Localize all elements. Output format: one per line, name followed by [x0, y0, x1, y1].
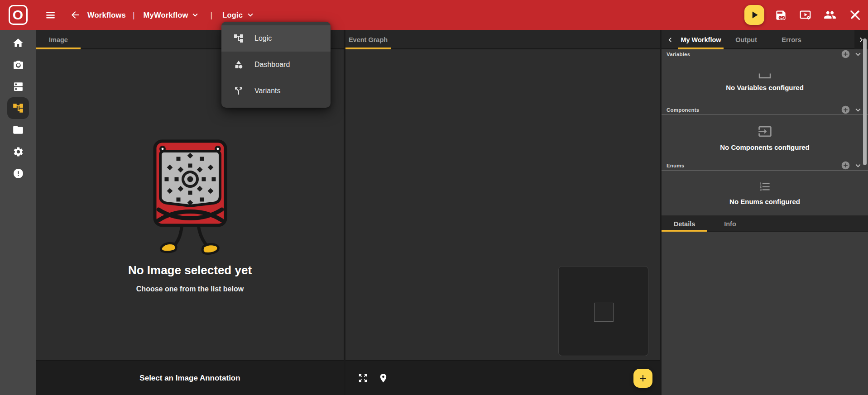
dataset-list-icon	[13, 81, 24, 92]
back-button[interactable]	[68, 8, 82, 22]
close-editor-button[interactable]	[847, 7, 863, 23]
view-switcher-dropdown[interactable]: Logic	[221, 8, 257, 22]
workflow-tree-icon	[233, 33, 244, 44]
right-panel: My Workflow Output Errors Variables No V…	[662, 30, 868, 395]
locate-node-button[interactable]	[377, 372, 389, 384]
right-panel-tabbar: My Workflow Output Errors	[662, 30, 868, 49]
add-variable-button[interactable]	[839, 49, 852, 59]
enums-section-title: Enums	[667, 163, 839, 168]
people-icon	[824, 9, 836, 21]
sidebar-item-settings[interactable]	[7, 141, 29, 162]
annotation-prompt-label: Select an Image Annotation	[36, 374, 344, 383]
nav-separator: |	[133, 10, 135, 20]
add-component-button[interactable]	[839, 105, 852, 114]
tab-my-workflow[interactable]: My Workflow	[678, 30, 724, 49]
variables-empty-state: No Variables configured	[662, 59, 868, 105]
image-empty-subtitle: Choose one from the list below	[36, 285, 344, 293]
hamburger-menu-button[interactable]	[43, 8, 58, 23]
sidebar-item-workflows[interactable]	[7, 97, 29, 119]
sidebar-item-files[interactable]	[7, 119, 29, 141]
add-node-fab[interactable]	[633, 369, 652, 388]
enums-section-header: Enums	[662, 161, 868, 171]
camera-icon	[13, 59, 24, 71]
sidebar-item-alerts[interactable]	[7, 162, 29, 184]
screen-play-gear-icon	[799, 9, 811, 21]
collaborators-button[interactable]	[822, 7, 838, 23]
components-collapse-button[interactable]	[852, 105, 864, 115]
chevron-down-icon	[853, 105, 863, 115]
menu-item-logic[interactable]: Logic	[221, 25, 331, 52]
variables-collapse-button[interactable]	[852, 49, 864, 59]
sidebar-item-camera[interactable]	[7, 54, 29, 76]
workflow-tree-icon	[12, 102, 24, 114]
input-icon	[758, 124, 772, 138]
add-circle-icon	[841, 49, 850, 59]
fit-view-icon	[358, 373, 368, 383]
nav-separator: |	[210, 10, 212, 20]
playback-settings-button[interactable]	[797, 7, 813, 23]
app-logo[interactable]: O	[0, 0, 36, 30]
app-window: O Workflows | MyWorkflow | Logic	[0, 0, 868, 395]
header-actions	[744, 5, 863, 25]
top-bar: O Workflows | MyWorkflow | Logic	[0, 0, 868, 30]
event-graph-minimap[interactable]	[558, 266, 648, 356]
panel-collapse-left-button[interactable]	[662, 30, 678, 49]
right-panel-scrollbar-thumb[interactable]	[863, 38, 867, 165]
run-workflow-button[interactable]	[744, 5, 764, 25]
save-link-icon	[775, 9, 787, 21]
details-content	[662, 232, 868, 395]
left-sidebar	[0, 30, 36, 395]
logo-icon: O	[9, 5, 28, 25]
workflow-name-dropdown[interactable]: MyWorkflow	[142, 8, 202, 22]
gear-icon	[13, 146, 24, 157]
variables-empty-text: No Variables configured	[726, 84, 804, 91]
sidebar-item-home[interactable]	[7, 32, 29, 54]
tab-output[interactable]: Output	[724, 30, 769, 49]
view-switcher-menu: Logic Dashboard Variants	[221, 22, 331, 108]
alert-circle-icon	[13, 168, 24, 179]
close-edit-icon	[849, 9, 861, 21]
event-graph-footer	[345, 360, 660, 395]
sidebar-item-datasets[interactable]	[7, 76, 29, 97]
workflow-config-scroll-area: Variables No Variables configured Compon…	[662, 49, 868, 215]
hamburger-icon	[45, 10, 56, 21]
add-circle-icon	[841, 105, 850, 114]
tab-image[interactable]: Image	[36, 30, 81, 49]
tab-errors[interactable]: Errors	[769, 30, 814, 49]
view-name-label: Logic	[222, 11, 243, 19]
mascot-illustration	[145, 138, 235, 256]
save-workflow-button[interactable]	[773, 7, 789, 23]
minimap-viewport[interactable]	[594, 303, 614, 322]
chevron-down-icon	[853, 161, 863, 171]
bracket-icon	[758, 73, 772, 79]
menu-item-variants[interactable]: Variants	[221, 78, 331, 104]
folder-icon	[12, 124, 24, 136]
chevron-down-icon	[853, 49, 863, 59]
menu-item-label: Dashboard	[254, 61, 290, 69]
workflow-name-label: MyWorkflow	[144, 11, 188, 19]
fit-view-button[interactable]	[357, 372, 369, 384]
add-enum-button[interactable]	[839, 161, 852, 170]
details-tabbar: Details Info	[662, 216, 868, 232]
image-empty-state: No Image selected yet Choose one from th…	[36, 138, 344, 293]
components-empty-state: No Components configured	[662, 115, 868, 161]
enums-empty-text: No Enums configured	[729, 198, 800, 205]
chevron-left-icon	[666, 35, 675, 44]
chevron-down-icon	[245, 10, 255, 20]
tab-event-graph[interactable]: Event Graph	[345, 30, 391, 49]
image-empty-title: No Image selected yet	[36, 263, 344, 277]
location-pin-icon	[378, 373, 388, 383]
enums-collapse-button[interactable]	[852, 161, 864, 171]
menu-item-label: Logic	[254, 34, 272, 43]
tab-details[interactable]: Details	[662, 216, 707, 232]
home-icon	[12, 37, 24, 49]
components-empty-text: No Components configured	[720, 143, 810, 151]
tab-info[interactable]: Info	[707, 216, 753, 232]
chevron-down-icon	[190, 10, 200, 20]
menu-item-dashboard[interactable]: Dashboard	[221, 52, 331, 78]
breadcrumb-workflows[interactable]: Workflows	[87, 11, 126, 19]
components-section-header: Components	[662, 105, 868, 115]
event-graph-panel: Event Graph	[345, 30, 660, 395]
components-section-title: Components	[667, 107, 839, 113]
back-arrow-icon	[70, 10, 81, 20]
